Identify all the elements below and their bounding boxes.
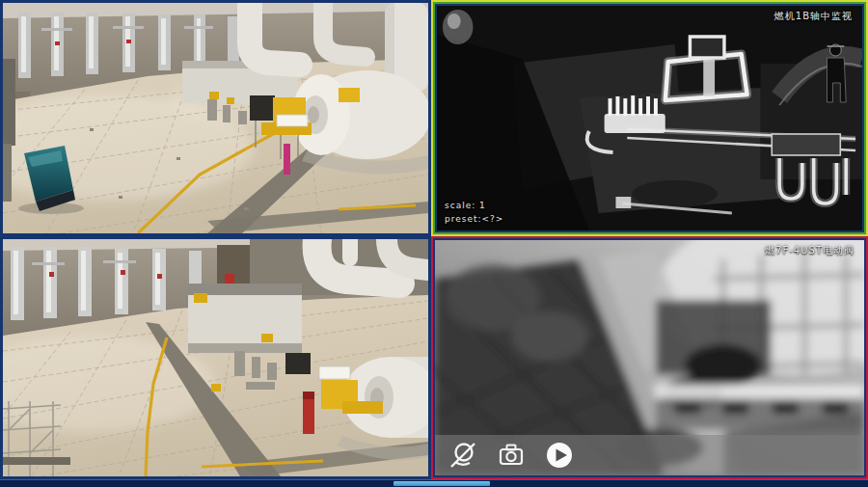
turbine-hall-scene-2 (3, 239, 428, 476)
camera-pane-bottom-left[interactable] (0, 236, 431, 479)
camera-name-overlay: 燃机1B轴中监视 (774, 11, 853, 21)
playback-toolbar (435, 435, 864, 475)
camera-pane-top-left[interactable] (0, 0, 431, 236)
snapshot-icon[interactable] (495, 439, 528, 472)
camera-pane-top-right[interactable]: 燃机1B轴中监视 scale: 1 preset:<?> (431, 0, 868, 236)
pane-content: 燃机1B轴中监视 scale: 1 preset:<?> (435, 4, 864, 232)
turbine-hall-scene-1 (3, 3, 428, 233)
video-wall: 燃机1B轴中监视 scale: 1 preset:<?> (0, 0, 868, 487)
taskbar (0, 479, 868, 487)
osd-preset-text: preset:<?> (445, 214, 503, 225)
taskbar-active-item[interactable] (393, 481, 490, 486)
camera-name-overlay: 燃7F-4UST电动阀 (765, 245, 854, 256)
pane-content: 燃7F-4UST电动阀 (433, 238, 866, 477)
thermal-scene-1 (437, 6, 862, 230)
pane-content (3, 239, 428, 476)
camera-pane-bottom-right[interactable]: 燃7F-4UST电动阀 (431, 236, 868, 479)
audio-muted-icon[interactable] (447, 439, 479, 472)
play-icon[interactable] (543, 439, 576, 472)
osd-scale-text: scale: 1 (445, 201, 486, 211)
pane-selection-border: 燃机1B轴中监视 scale: 1 preset:<?> (433, 2, 866, 234)
pane-content (3, 3, 428, 233)
